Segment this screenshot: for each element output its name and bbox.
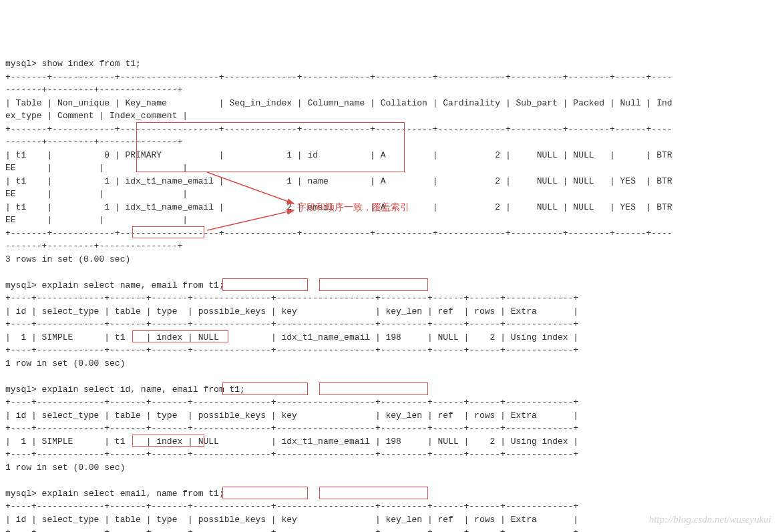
border-line: +-------+------------+------------------… <box>5 228 672 238</box>
cell-possible-keys: NULL <box>198 437 266 447</box>
border-line: -------+---------+---------------+ <box>5 85 182 95</box>
cell-key: idx_t1_name_email <box>281 437 370 447</box>
index-row: EE | | | <box>5 163 188 173</box>
cell-possible-keys: NULL <box>198 332 266 342</box>
index-row: | t1 | 0 | PRIMARY | 1 | id | A | 2 | NU… <box>5 150 672 160</box>
border-line: +----+-------------+-------+-------+----… <box>5 319 578 329</box>
border-line: +----+-------------+-------+-------+----… <box>5 527 578 532</box>
command-explain-3: mysql> explain select email, name from t… <box>5 489 224 499</box>
prompt: mysql> <box>5 59 42 69</box>
index-row: EE | | | <box>5 189 188 199</box>
highlight-columns: name, email <box>120 280 178 290</box>
border-line: +----+-------------+-------+-------+----… <box>5 293 578 303</box>
border-line: +----+-------------+-------+-------+----… <box>5 345 578 355</box>
index-row: EE | | | <box>5 215 188 225</box>
border-line: +-------+------------+------------------… <box>5 72 672 82</box>
explain-row: | 1 | SIMPLE | t1 | index | NULL | idx_t… <box>5 332 578 342</box>
border-line: -------+---------+---------------+ <box>5 137 182 147</box>
border-line: -------+---------+---------------+ <box>5 241 182 251</box>
index-header: ex_type | Comment | Index_comment | <box>5 111 188 121</box>
explain-row: | 1 | SIMPLE | t1 | index | NULL | idx_t… <box>5 437 578 447</box>
border-line: +----+-------------+-------+-------+----… <box>5 397 578 407</box>
command-explain-1: mysql> explain select name, email from t… <box>5 280 224 290</box>
border-line: +----+-------------+-------+-------+----… <box>5 501 578 511</box>
cell-key: idx_t1_name_email <box>281 332 370 342</box>
index-row: | t1 | 1 | idx_t1_name_email | 2 | email… <box>5 202 672 212</box>
index-row: | t1 | 1 | idx_t1_name_email | 1 | name … <box>5 176 672 186</box>
result-footer: 3 rows in set (0.00 sec) <box>5 254 130 264</box>
terminal-output: mysql> show index from t1; +-------+----… <box>5 57 773 532</box>
command-show-index: show index from t1; <box>42 59 141 69</box>
border-line: +-------+------------+------------------… <box>5 124 672 134</box>
command-explain-2: mysql> explain select id, name, email fr… <box>5 384 245 394</box>
index-header: | Table | Non_unique | Key_name | Seq_in… <box>5 98 672 108</box>
explain-header: | id | select_type | table | type | poss… <box>5 515 578 525</box>
highlight-columns: id, name, email <box>120 384 198 394</box>
explain-header: | id | select_type | table | type | poss… <box>5 306 578 316</box>
result-footer: 1 row in set (0.00 sec) <box>5 463 125 473</box>
explain-header: | id | select_type | table | type | poss… <box>5 411 578 421</box>
border-line: +----+-------------+-------+-------+----… <box>5 449 578 459</box>
border-line: +----+-------------+-------+-------+----… <box>5 423 578 433</box>
highlight-columns: email, name <box>120 489 178 499</box>
result-footer: 1 row in set (0.00 sec) <box>5 358 125 368</box>
